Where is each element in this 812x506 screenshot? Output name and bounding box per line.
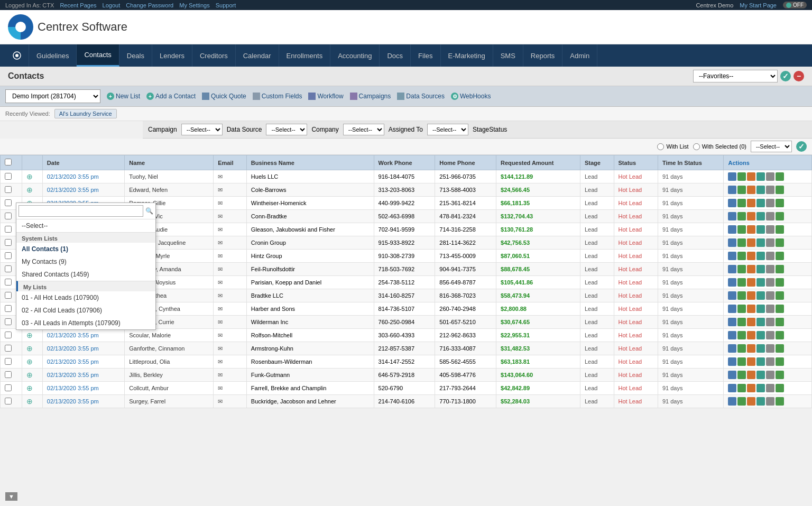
row-amount[interactable]: $143,064.60 bbox=[496, 369, 580, 382]
action-edit-icon[interactable] bbox=[728, 291, 736, 300]
row-checkbox[interactable] bbox=[5, 213, 12, 219]
row-name[interactable]: Littleproud, Olia bbox=[125, 355, 214, 369]
action-deal-icon[interactable] bbox=[747, 331, 755, 339]
row-date[interactable]: 02/13/2020 3:55 pm bbox=[42, 395, 124, 408]
action-edit-icon[interactable] bbox=[728, 318, 736, 326]
action-deal-icon[interactable] bbox=[747, 265, 755, 273]
row-checkbox[interactable] bbox=[5, 398, 12, 404]
action-go-icon[interactable] bbox=[776, 278, 784, 287]
action-note-icon[interactable] bbox=[756, 318, 765, 326]
action-more-icon[interactable] bbox=[766, 278, 774, 287]
favorites-select[interactable]: --Favorites-- bbox=[693, 70, 778, 82]
action-view-icon[interactable] bbox=[737, 305, 746, 313]
action-edit-icon[interactable] bbox=[728, 278, 736, 287]
action-view-icon[interactable] bbox=[737, 384, 746, 392]
action-note-icon[interactable] bbox=[756, 357, 765, 366]
action-edit-icon[interactable] bbox=[728, 305, 736, 313]
action-more-icon[interactable] bbox=[766, 318, 774, 326]
dropdown-select-item[interactable]: --Select-- bbox=[16, 219, 155, 232]
action-note-icon[interactable] bbox=[756, 252, 765, 260]
action-more-icon[interactable] bbox=[766, 397, 774, 406]
row-checkbox[interactable] bbox=[5, 199, 12, 206]
action-more-icon[interactable] bbox=[766, 212, 774, 220]
row-name[interactable]: Ganforthe, Cinnamon bbox=[125, 342, 214, 355]
nav-deals[interactable]: Deals bbox=[119, 44, 152, 67]
row-amount[interactable]: $30,674.65 bbox=[496, 316, 580, 329]
row-date[interactable]: 02/13/2020 3:55 pm bbox=[42, 329, 124, 342]
row-amount[interactable]: $24,566.45 bbox=[496, 183, 580, 197]
action-note-icon[interactable] bbox=[756, 371, 765, 379]
action-edit-icon[interactable] bbox=[728, 344, 736, 353]
toggle-off[interactable]: OFF bbox=[783, 2, 807, 8]
row-name[interactable]: Collcutt, Ambur bbox=[125, 382, 214, 395]
action-note-icon[interactable] bbox=[756, 265, 765, 273]
action-note-icon[interactable] bbox=[756, 344, 765, 353]
row-amount[interactable]: $105,441.86 bbox=[496, 276, 580, 289]
nav-admin[interactable]: Admin bbox=[562, 44, 597, 67]
action-note-icon[interactable] bbox=[756, 172, 765, 181]
action-edit-icon[interactable] bbox=[728, 225, 736, 234]
action-more-icon[interactable] bbox=[766, 331, 774, 339]
action-view-icon[interactable] bbox=[737, 331, 746, 339]
action-go-icon[interactable] bbox=[776, 357, 784, 366]
row-checkbox[interactable] bbox=[5, 186, 12, 193]
nav-docs[interactable]: Docs bbox=[380, 44, 411, 67]
row-amount[interactable]: $66,181.35 bbox=[496, 197, 580, 210]
list-dropdown[interactable]: Demo Import (281704) bbox=[5, 89, 100, 103]
action-view-icon[interactable] bbox=[737, 357, 746, 366]
action-note-icon[interactable] bbox=[756, 397, 765, 406]
action-go-icon[interactable] bbox=[776, 371, 784, 379]
action-view-icon[interactable] bbox=[737, 291, 746, 300]
recently-viewed-item[interactable]: Al's Laundry Service bbox=[54, 109, 117, 118]
action-more-icon[interactable] bbox=[766, 371, 774, 379]
action-deal-icon[interactable] bbox=[747, 278, 755, 287]
action-deal-icon[interactable] bbox=[747, 238, 755, 247]
nav-creditors[interactable]: Creditors bbox=[192, 44, 236, 67]
action-more-icon[interactable] bbox=[766, 172, 774, 181]
quick-quote-action[interactable]: Quick Quote bbox=[202, 93, 246, 100]
action-more-icon[interactable] bbox=[766, 252, 774, 260]
add-contact-action[interactable]: + Add a Contact bbox=[146, 93, 196, 100]
action-go-icon[interactable] bbox=[776, 186, 784, 194]
row-checkbox[interactable] bbox=[5, 292, 12, 299]
action-more-icon[interactable] bbox=[766, 305, 774, 313]
row-checkbox[interactable] bbox=[5, 265, 12, 272]
dropdown-search-input[interactable] bbox=[19, 205, 143, 217]
action-go-button[interactable]: ✓ bbox=[796, 141, 807, 152]
webhooks-action[interactable]: ⚙ WebHooks bbox=[451, 93, 491, 100]
action-select[interactable]: --Select-- bbox=[751, 141, 792, 152]
action-deal-icon[interactable] bbox=[747, 371, 755, 379]
dropdown-cold-leads[interactable]: 02 - All Cold Leads (107906) bbox=[16, 304, 155, 317]
action-edit-icon[interactable] bbox=[728, 357, 736, 366]
action-view-icon[interactable] bbox=[737, 172, 746, 181]
action-view-icon[interactable] bbox=[737, 212, 746, 220]
row-amount[interactable]: $130,761.28 bbox=[496, 223, 580, 236]
action-deal-icon[interactable] bbox=[747, 318, 755, 326]
campaigns-action[interactable]: Campaigns bbox=[350, 93, 391, 100]
row-checkbox[interactable] bbox=[5, 305, 12, 312]
select-all-checkbox[interactable] bbox=[5, 159, 12, 165]
company-filter-select[interactable]: --Select-- bbox=[343, 124, 384, 135]
my-start-page-link[interactable]: My Start Page bbox=[740, 2, 777, 8]
dropdown-my-contacts[interactable]: My Contacts (9) bbox=[16, 255, 155, 268]
action-more-icon[interactable] bbox=[766, 225, 774, 234]
nav-enrollments[interactable]: Enrollments bbox=[279, 44, 331, 67]
action-note-icon[interactable] bbox=[756, 384, 765, 392]
action-go-icon[interactable] bbox=[776, 384, 784, 392]
action-view-icon[interactable] bbox=[737, 371, 746, 379]
action-view-icon[interactable] bbox=[737, 397, 746, 406]
action-more-icon[interactable] bbox=[766, 384, 774, 392]
row-date[interactable]: 02/13/2020 3:55 pm bbox=[42, 183, 124, 197]
action-edit-icon[interactable] bbox=[728, 172, 736, 181]
row-amount[interactable]: $2,800.88 bbox=[496, 302, 580, 316]
nav-files[interactable]: Files bbox=[411, 44, 440, 67]
action-deal-icon[interactable] bbox=[747, 199, 755, 207]
row-amount[interactable]: $88,678.45 bbox=[496, 263, 580, 276]
support-link[interactable]: Support bbox=[216, 2, 236, 8]
action-more-icon[interactable] bbox=[766, 291, 774, 300]
action-view-icon[interactable] bbox=[737, 186, 746, 194]
dropdown-leads-attempts[interactable]: 03 - All Leads in Attempts (107909) bbox=[16, 317, 155, 329]
action-deal-icon[interactable] bbox=[747, 225, 755, 234]
row-checkbox[interactable] bbox=[5, 279, 12, 286]
action-more-icon[interactable] bbox=[766, 344, 774, 353]
